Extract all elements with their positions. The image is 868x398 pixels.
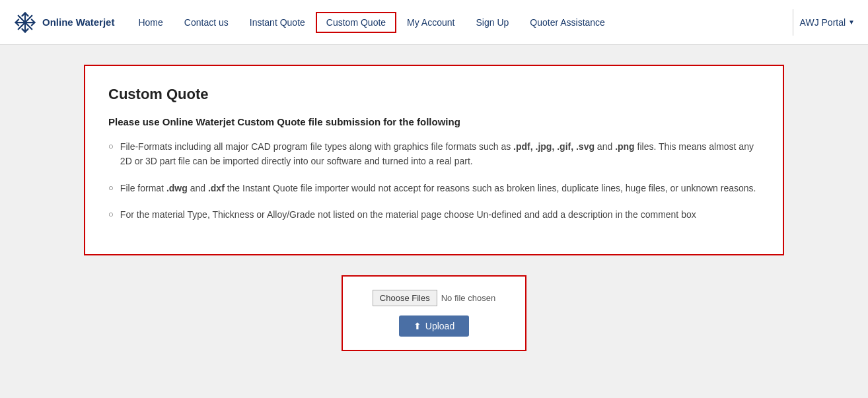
upload-button[interactable]: ⬆ Upload — [399, 315, 469, 337]
nav-custom-quote[interactable]: Custom Quote — [316, 12, 396, 33]
nav-quoter-assistance[interactable]: Quoter Assistance — [519, 12, 616, 33]
brand-logo[interactable]: Online Waterjet — [13, 11, 114, 34]
choose-files-button[interactable]: Choose Files — [373, 290, 437, 306]
nav-home[interactable]: Home — [127, 12, 173, 33]
nav-sign-up[interactable]: Sign Up — [465, 12, 519, 33]
nav-divider — [793, 9, 793, 36]
quote-box-title: Custom Quote — [108, 86, 760, 103]
upload-icon: ⬆ — [414, 321, 421, 331]
upload-label: Upload — [425, 321, 454, 331]
bullet-text-1: File-Formats including all major CAD pro… — [120, 139, 760, 169]
custom-quote-box: Custom Quote Please use Online Waterjet … — [84, 65, 784, 255]
upload-box: Choose Files No file chosen ⬆ Upload — [342, 275, 526, 351]
nav-links: Home Contact us Instant Quote Custom Quo… — [127, 12, 785, 33]
bullet-text-2: File format .dwg and .dxf the Instant Qu… — [120, 181, 756, 195]
quote-subtitle: Please use Online Waterjet Custom Quote … — [108, 116, 760, 127]
snowflake-icon — [13, 11, 37, 34]
nav-portal[interactable]: AWJ Portal ▼ — [800, 17, 855, 28]
nav-instant-quote[interactable]: Instant Quote — [239, 12, 316, 33]
nav-contact[interactable]: Contact us — [174, 12, 239, 33]
bullet-list: File-Formats including all major CAD pro… — [108, 139, 760, 222]
list-item: For the material Type, Thickness or Allo… — [108, 207, 760, 222]
chevron-down-icon: ▼ — [848, 18, 855, 26]
list-item: File format .dwg and .dxf the Instant Qu… — [108, 181, 760, 195]
main-content: Custom Quote Please use Online Waterjet … — [71, 65, 797, 351]
navbar: Online Waterjet Home Contact us Instant … — [0, 0, 868, 45]
list-item: File-Formats including all major CAD pro… — [108, 139, 760, 169]
upload-container: Choose Files No file chosen ⬆ Upload — [84, 275, 784, 351]
bullet-text-3: For the material Type, Thickness or Allo… — [120, 207, 696, 222]
brand-name: Online Waterjet — [42, 17, 114, 28]
file-input-row: Choose Files No file chosen — [373, 290, 495, 306]
nav-my-account[interactable]: My Account — [396, 12, 465, 33]
no-file-label: No file chosen — [441, 293, 495, 303]
